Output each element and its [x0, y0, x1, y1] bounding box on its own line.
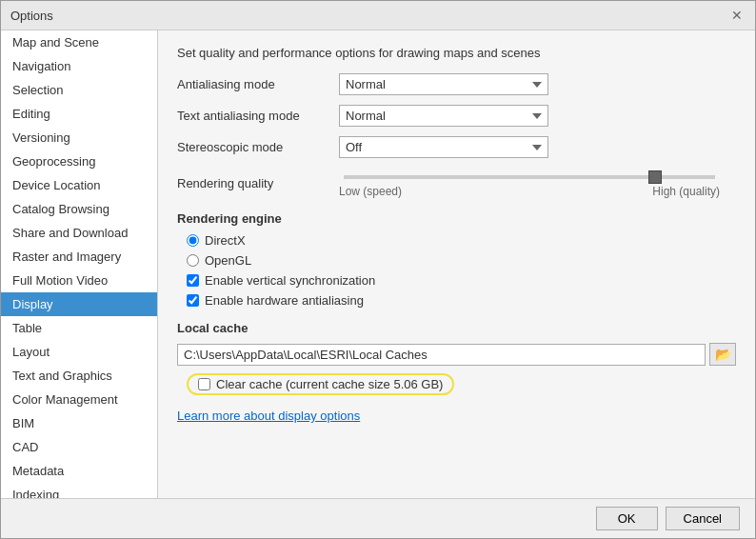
stereoscopic-row: Stereoscopic mode OffOn [177, 136, 736, 158]
browse-icon: 📂 [715, 347, 731, 362]
sidebar-item-color-management[interactable]: Color Management [1, 388, 157, 411]
clear-cache-checkbox[interactable] [198, 378, 210, 390]
clear-cache-label[interactable]: Clear cache (current cache size 5.06 GB) [216, 377, 443, 391]
rendering-quality-slider-container: Low (speed) High (quality) [339, 168, 720, 198]
rendering-quality-label: Rendering quality [177, 176, 339, 190]
sidebar-item-full-motion-video[interactable]: Full Motion Video [1, 269, 157, 292]
slider-labels: Low (speed) High (quality) [339, 185, 720, 198]
dialog-footer: OK Cancel [1, 498, 755, 538]
sidebar-item-bim[interactable]: BIM [1, 411, 157, 435]
rendering-quality-slider[interactable] [344, 175, 715, 179]
stereoscopic-select[interactable]: OffOn [339, 136, 548, 158]
sidebar-item-selection[interactable]: Selection [1, 78, 157, 102]
sidebar-item-map-and-scene[interactable]: Map and Scene [1, 30, 157, 54]
close-button[interactable]: ✕ [728, 7, 746, 24]
sidebar-item-device-location[interactable]: Device Location [1, 173, 157, 197]
sidebar-item-table[interactable]: Table [1, 316, 157, 340]
section-description: Set quality and performance options for … [177, 46, 736, 60]
rendering-quality-row: Rendering quality Low (speed) High (qual… [177, 168, 736, 198]
antialiasing-row: Antialiasing mode NoneNormalFastBest [177, 73, 736, 95]
stereoscopic-label: Stereoscopic mode [177, 140, 339, 154]
slider-low-label: Low (speed) [339, 185, 402, 198]
local-cache-heading: Local cache [177, 321, 736, 335]
cache-path-input[interactable] [177, 344, 706, 366]
sidebar-item-versioning[interactable]: Versioning [1, 126, 157, 150]
opengl-radio[interactable] [187, 254, 199, 267]
slider-wrapper [339, 168, 720, 182]
clear-cache-row: Clear cache (current cache size 5.06 GB) [187, 373, 454, 395]
sidebar-item-navigation[interactable]: Navigation [1, 54, 157, 78]
title-bar: Options ✕ [1, 1, 755, 30]
sidebar-item-raster-and-imagery[interactable]: Raster and Imagery [1, 245, 157, 269]
text-antialiasing-label: Text antialiasing mode [177, 109, 339, 123]
dialog-title: Options [10, 9, 53, 23]
hardware-antialiasing-checkbox[interactable] [187, 294, 199, 307]
sidebar-item-cad[interactable]: CAD [1, 435, 157, 459]
dialog-body: Map and SceneNavigationSelectionEditingV… [1, 30, 755, 498]
cancel-button[interactable]: Cancel [666, 507, 740, 530]
learn-more-link[interactable]: Learn more about display options [177, 409, 736, 423]
main-content: Set quality and performance options for … [158, 30, 755, 498]
directx-label[interactable]: DirectX [205, 233, 246, 248]
sidebar: Map and SceneNavigationSelectionEditingV… [1, 30, 158, 498]
slider-high-label: High (quality) [652, 185, 720, 198]
local-cache-section: Local cache 📂 Clear cache (current cache… [177, 321, 736, 423]
text-antialiasing-control: NoneNormalForce [339, 105, 548, 127]
sidebar-item-metadata[interactable]: Metadata [1, 459, 157, 483]
sidebar-item-share-and-download[interactable]: Share and Download [1, 221, 157, 245]
ok-button[interactable]: OK [596, 507, 658, 530]
antialiasing-control: NoneNormalFastBest [339, 73, 548, 95]
opengl-label[interactable]: OpenGL [205, 253, 251, 268]
stereoscopic-control: OffOn [339, 136, 548, 158]
vertical-sync-row: Enable vertical synchronization [187, 273, 736, 288]
sidebar-item-layout[interactable]: Layout [1, 340, 157, 364]
directx-row: DirectX [187, 233, 736, 248]
antialiasing-select[interactable]: NoneNormalFastBest [339, 73, 548, 95]
text-antialiasing-row: Text antialiasing mode NoneNormalForce [177, 105, 736, 127]
cache-path-row: 📂 [177, 343, 736, 366]
sidebar-item-editing[interactable]: Editing [1, 102, 157, 126]
sidebar-item-text-and-graphics[interactable]: Text and Graphics [1, 364, 157, 388]
antialiasing-label: Antialiasing mode [177, 77, 339, 91]
sidebar-item-display[interactable]: Display [1, 292, 157, 316]
opengl-row: OpenGL [187, 253, 736, 268]
browse-button[interactable]: 📂 [709, 343, 736, 366]
hardware-antialiasing-row: Enable hardware antialiasing [187, 293, 736, 308]
vertical-sync-checkbox[interactable] [187, 274, 199, 287]
sidebar-item-geoprocessing[interactable]: Geoprocessing [1, 150, 157, 173]
text-antialiasing-select[interactable]: NoneNormalForce [339, 105, 548, 127]
directx-radio[interactable] [187, 234, 199, 247]
options-dialog: Options ✕ Map and SceneNavigationSelecti… [0, 0, 756, 539]
sidebar-item-catalog-browsing[interactable]: Catalog Browsing [1, 197, 157, 221]
vertical-sync-label[interactable]: Enable vertical synchronization [205, 273, 375, 288]
rendering-engine-heading: Rendering engine [177, 211, 736, 226]
hardware-antialiasing-label[interactable]: Enable hardware antialiasing [205, 293, 364, 308]
sidebar-item-indexing[interactable]: Indexing [1, 483, 157, 498]
